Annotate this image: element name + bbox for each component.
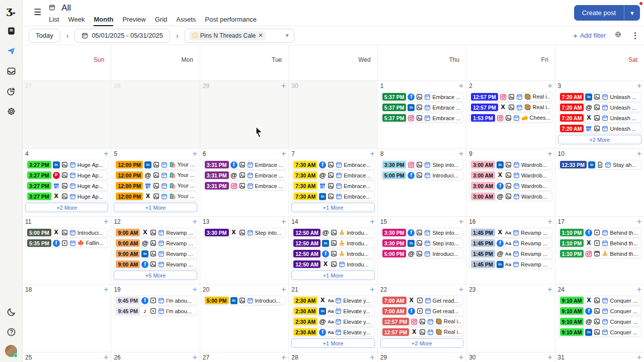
scheduled-post-pill[interactable]: 3:31 PMfEmbrace ... (203, 160, 286, 169)
calendar-cell-day-28[interactable]: 28+ (289, 352, 377, 362)
scheduled-post-pill[interactable]: 2:30 AMfAaElevate y... (291, 327, 374, 337)
calendar-cell-day-19[interactable]: 19+9:45 PMfI'm abou...9:45 PM♪I'm abou..… (111, 285, 200, 352)
scheduled-post-pill[interactable]: 5:00 PMinIntroduci... (203, 296, 286, 305)
scheduled-post-pill[interactable]: 3:00 AM@Wardrob... (469, 192, 552, 201)
scheduled-post-pill[interactable]: 1:10 PMfBehind th... (558, 228, 641, 237)
calendar-cell-day-30[interactable]: 30+ (466, 352, 555, 362)
scheduled-post-pill[interactable]: 12:57 PMX🥘 Real i... (469, 103, 552, 112)
remove-tag-icon[interactable]: ✕ (258, 32, 263, 39)
scheduled-post-pill[interactable]: 5:00 PMXIntroduci... (25, 228, 108, 237)
add-post-plus-icon[interactable]: + (193, 218, 197, 225)
create-post-button[interactable]: Create post ▼ (574, 5, 640, 21)
tab-list[interactable]: List (49, 16, 59, 26)
scheduled-post-pill[interactable]: 3:00 AMXWardrob... (469, 170, 552, 180)
scheduled-post-pill[interactable]: 7:30 AMinEmbrace... (291, 192, 374, 201)
scheduled-post-pill[interactable]: 9:00 AMinRevamp ... (114, 249, 197, 258)
add-post-plus-icon[interactable]: + (637, 218, 641, 225)
add-post-plus-icon[interactable]: + (281, 150, 286, 157)
scheduled-post-pill[interactable]: 5:37 PMfEmbrace ... (380, 92, 463, 102)
scheduled-post-pill[interactable]: 9:00 AMfRevamp ... (114, 259, 197, 269)
scheduled-post-pill[interactable]: 12:00 PM@🛍️ Your ... (114, 170, 197, 180)
calendar-cell-day-28-prev[interactable]: 28 (111, 81, 200, 148)
add-post-plus-icon[interactable]: + (547, 354, 552, 360)
add-post-plus-icon[interactable]: + (370, 150, 374, 157)
add-post-plus-icon[interactable]: + (459, 218, 463, 225)
scheduled-post-pill[interactable]: 1:45 PMXAaRevamp ... (469, 228, 552, 237)
tab-post-performance[interactable]: Post performance (205, 16, 257, 26)
scheduled-post-pill[interactable]: 2:30 AMinAaElevate y... (291, 306, 374, 316)
add-post-plus-icon[interactable]: + (281, 354, 286, 360)
add-post-plus-icon[interactable]: + (370, 286, 374, 293)
scheduled-post-pill[interactable]: 9:45 PM♪I'm abou... (114, 306, 197, 316)
scheduled-post-pill[interactable]: 12:33 PMinStay ah... (558, 160, 641, 169)
calendar-cell-day-24[interactable]: 24+9:10 AMXConquer ...9:10 AMfConquer ..… (555, 285, 644, 352)
calendar-cell-day-8[interactable]: 8+3:30 PMStep into...5:00 PMfIntroduci..… (378, 149, 466, 216)
more-posts-button[interactable]: +2 More (558, 135, 641, 144)
add-post-plus-icon[interactable]: + (193, 150, 197, 157)
more-posts-button[interactable]: +1 More (291, 270, 374, 280)
scheduled-post-pill[interactable]: 12:00 PMX🛍️ Your ... (114, 192, 197, 201)
calendar-cell-day-22[interactable]: 22+7:00 AMXGet read...7:00 AMfGet read..… (378, 285, 466, 352)
add-post-plus-icon[interactable]: + (281, 82, 286, 89)
scheduled-post-pill[interactable]: 5:37 PMEmbrace ... (380, 113, 463, 123)
scheduled-post-pill[interactable]: 9:45 PMfI'm abou... (114, 296, 197, 305)
calendar-cell-day-29-prev[interactable]: 29+ (200, 81, 289, 148)
add-post-plus-icon[interactable]: + (459, 150, 463, 157)
scheduled-post-pill[interactable]: 3:30 PMXStep into... (203, 228, 286, 237)
create-post-label[interactable]: Create post (574, 5, 624, 21)
add-post-plus-icon[interactable]: + (193, 286, 197, 293)
scheduled-post-pill[interactable]: 12:00 PMin🛍️ Your ... (114, 160, 197, 169)
add-post-plus-icon[interactable]: + (547, 286, 552, 293)
calendar-cell-day-4[interactable]: 4+3:27 PMinHuge Ap...3:27 PMPHuge Ap...3… (23, 149, 111, 216)
scheduled-post-pill[interactable]: 9:10 AMfConquer ... (558, 306, 641, 316)
calendar-cell-day-18[interactable]: 18+ (23, 285, 111, 352)
scheduled-post-pill[interactable]: 7:20 AM@Unleash ... (558, 103, 641, 112)
add-post-plus-icon[interactable]: + (637, 82, 641, 89)
create-post-dropdown[interactable]: ▼ (624, 5, 640, 21)
calendar-cell-day-1[interactable]: 1+5:37 PMfEmbrace ...5:37 PMinEmbrace ..… (378, 81, 466, 148)
calendar-cell-day-15[interactable]: 15+3:30 PMfStep into...3:30 PMinStep int… (378, 217, 466, 284)
more-posts-button[interactable]: +1 More (291, 203, 374, 212)
more-posts-button[interactable]: +1 More (291, 338, 374, 348)
calendar-cell-day-5[interactable]: 5+12:00 PMin🛍️ Your ...12:00 PM@🛍️ Your … (111, 149, 200, 216)
scheduled-post-pill[interactable]: 12:50 AMinIntrodu... (291, 238, 374, 248)
add-post-plus-icon[interactable]: + (370, 218, 374, 225)
tab-preview[interactable]: Preview (122, 16, 145, 26)
scheduled-post-pill[interactable]: 7:00 AMXGet read... (380, 296, 463, 305)
calendar-cell-day-25[interactable]: 25+ (23, 352, 111, 362)
scheduled-post-pill[interactable]: 7:30 AMfEmbrace... (291, 160, 374, 169)
calendar-cell-day-17[interactable]: 17+1:10 PMfBehind th...1:10 PMXBehind th… (555, 217, 644, 284)
scheduled-post-pill[interactable]: 9:10 AM@Conquer ... (558, 317, 641, 326)
calendar-cell-day-16[interactable]: 16+1:45 PMXAaRevamp ...1:45 PMfAaRevamp … (466, 217, 555, 284)
add-post-plus-icon[interactable]: + (637, 354, 641, 360)
scheduled-post-pill[interactable]: 7:20 AMinUnleash ... (558, 92, 641, 102)
scheduled-post-pill[interactable]: 1:10 PMXBehind th... (558, 238, 641, 248)
add-post-plus-icon[interactable]: + (370, 354, 374, 360)
calendar-cell-day-2[interactable]: 2+12:57 PM🥘 Real i...12:57 PMX🥘 Real i..… (466, 81, 555, 148)
add-post-plus-icon[interactable]: + (104, 354, 108, 360)
more-posts-button[interactable]: +5 More (114, 270, 197, 280)
calendar-cell-day-27-prev[interactable]: 27 (23, 81, 111, 148)
scheduled-post-pill[interactable]: 7:20 AMUnleash ... (558, 124, 641, 133)
scheduled-post-pill[interactable]: 2:30 AM@AaElevate y... (291, 317, 374, 326)
calendar-cell-day-12[interactable]: 12+9:00 AMXRevamp ...9:00 AM@Revamp ...9… (111, 217, 200, 284)
scheduled-post-pill[interactable]: 12:50 AMXIntrodu... (291, 259, 374, 269)
scheduled-post-pill[interactable]: 3:00 AMfWardrob... (469, 181, 552, 191)
add-post-plus-icon[interactable]: + (104, 150, 108, 157)
scheduled-post-pill[interactable]: 1:53 PM🧀 Chees... (469, 113, 552, 123)
calendar-cell-day-26[interactable]: 26+ (111, 352, 200, 362)
scheduled-post-pill[interactable]: 12:50 AMfIntrodu... (291, 249, 374, 258)
scheduled-post-pill[interactable]: 3:30 PMfStep into... (380, 228, 463, 237)
scheduled-post-pill[interactable]: 12:00 PM🛍️ Your ... (114, 181, 197, 191)
scheduled-post-pill[interactable]: 1:45 PM@AaRevamp ... (469, 249, 552, 258)
scheduled-post-pill[interactable]: 12:57 PM🥘 Real i... (380, 317, 463, 326)
calendar-cell-day-3[interactable]: 3+7:20 AMinUnleash ...7:20 AM@Unleash ..… (555, 81, 644, 148)
dark-mode-moon-icon[interactable] (4, 305, 18, 319)
app-logo[interactable]: ʒ. (6, 4, 16, 17)
scheduled-post-pill[interactable]: 5:35 PMf🍁 Fallin... (25, 238, 108, 248)
calendar-cell-day-27[interactable]: 27+ (200, 352, 289, 362)
scheduled-post-pill[interactable]: 5:00 PMfIntroduci... (380, 170, 463, 180)
scheduled-post-pill[interactable]: 7:00 AMfGet read... (380, 306, 463, 316)
add-post-plus-icon[interactable]: + (459, 354, 463, 360)
scheduled-post-pill[interactable]: 9:10 AMinConquer ... (558, 327, 641, 337)
